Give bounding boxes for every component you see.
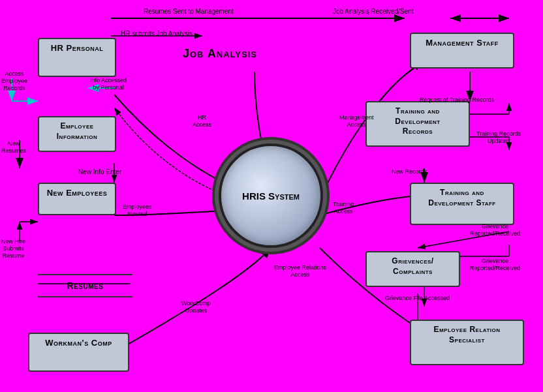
workman-comp-box: Workman's Comp <box>28 333 129 372</box>
workcomp-updates-label: WorkComp Updates <box>181 300 211 314</box>
training-staff-box: Training and Development Staff <box>410 183 514 225</box>
job-analysis-label: Job Analysis <box>183 47 257 61</box>
new-info-enter-label: New Info Enter <box>78 168 121 176</box>
employees-inputed-label: Employees Inputed <box>123 204 152 218</box>
training-records-box: Training and Development Records <box>365 101 470 147</box>
resumes-label-box: Resumes <box>38 274 132 297</box>
resumes-sent-label: Resumes Sent to Management <box>144 8 234 16</box>
request-training-label: Request of Training Records <box>420 97 494 104</box>
new-records-label: New Records <box>392 168 427 175</box>
grievances-box: Grievences/ Complaints <box>365 251 460 287</box>
management-staff-box: Management Staff <box>410 33 514 68</box>
employee-relations-access-label: Employee Relations Access <box>274 264 326 279</box>
info-accessed-label: Info Accessed by Personal <box>90 77 127 91</box>
center-label: HRIS System <box>242 190 300 202</box>
hr-submits-label: HR submits Job Analysis <box>121 30 193 38</box>
employee-relation-box: Employee Relation Specialist <box>410 320 524 365</box>
access-employee-records-label: Access Employee Records <box>1 70 27 91</box>
grievance-reported1-label: Grievance Reported/Received <box>470 223 520 237</box>
hris-system-circle: HRIS System <box>219 143 323 248</box>
hr-personal-box: HR Personal <box>38 38 116 77</box>
training-records-updated-label: Training Records Updated <box>476 130 521 145</box>
job-analysis-received-label: Job Analysis Received/Sent <box>333 8 413 16</box>
grievance-reported2-label: Grievance Reported/Received <box>470 258 520 272</box>
new-resumes-label: New Resumes <box>1 140 26 155</box>
new-hire-submits-label: New Hire Submits Resume <box>1 238 25 259</box>
training-access-label: Training Access <box>333 201 354 215</box>
grievance-file-label: Grievance File Accessed <box>385 295 450 302</box>
management-access-label: Management Access <box>339 114 374 128</box>
new-employees-box: New Employees <box>38 183 116 215</box>
employee-info-box: Employee Information <box>38 116 116 152</box>
hr-access-label: HR Access <box>193 114 211 128</box>
